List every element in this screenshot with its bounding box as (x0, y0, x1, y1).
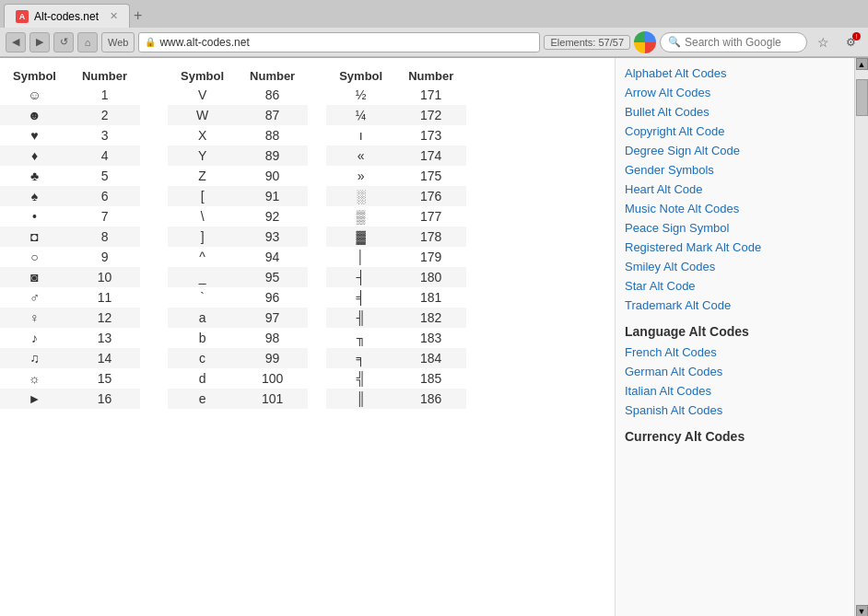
symbol-cell: ┤ (326, 267, 395, 287)
sidebar-link[interactable]: Trademark Alt Code (623, 296, 854, 315)
number-cell: 184 (395, 348, 466, 368)
bookmark-icon[interactable]: ☆ (811, 30, 835, 54)
number-cell: 87 (237, 105, 308, 125)
menu-icon[interactable]: ⚙ ! (839, 30, 862, 54)
table-row: ╖183 (326, 328, 466, 348)
number-cell: 4 (69, 145, 140, 166)
number-cell: 174 (395, 145, 466, 166)
address-bar-container[interactable]: 🔒 (138, 32, 540, 52)
table-row: V86 (168, 85, 308, 105)
protocol-badge: Web (101, 32, 135, 52)
number-cell: 90 (237, 166, 308, 186)
table-row: X88 (168, 125, 308, 145)
symbol-cell: ▓ (326, 227, 395, 247)
sidebar-link[interactable]: Heart Alt Code (623, 180, 854, 199)
symbol-cell: Z (168, 166, 237, 186)
symbol-cell: │ (326, 247, 395, 267)
table-row: ♫14 (0, 348, 140, 368)
sidebar-link[interactable]: Bullet Alt Codes (623, 102, 854, 122)
table1-number-header: Number (69, 67, 140, 85)
table-row: W87 (168, 105, 308, 125)
search-engine-logo (634, 31, 656, 53)
symbol-cell: ║ (326, 389, 395, 409)
number-cell: 96 (237, 287, 308, 308)
sidebar-section2-title: Language Alt Codes (623, 324, 854, 339)
reload-button[interactable]: ↺ (53, 32, 74, 52)
number-cell: 14 (69, 348, 140, 368)
symbol-cell: d (168, 368, 237, 389)
table-row: b98 (168, 328, 308, 348)
number-cell: 179 (395, 247, 466, 267)
table-row: »175 (326, 166, 466, 186)
table-row: ►16 (0, 389, 140, 409)
number-cell: 97 (237, 308, 308, 328)
table-row: ╕184 (326, 348, 466, 368)
scrollbar-down[interactable]: ▼ (856, 605, 868, 616)
number-cell: 175 (395, 166, 466, 186)
scrollbar-thumb[interactable] (856, 79, 868, 116)
sidebar-link[interactable]: Arrow Alt Codes (623, 83, 854, 102)
sidebar-link[interactable]: Degree Sign Alt Code (623, 141, 854, 160)
table-row: ☼15 (0, 368, 140, 389)
sidebar-link[interactable]: Gender Symbols (623, 160, 854, 180)
table-row: _95 (168, 267, 308, 287)
back-button[interactable]: ◀ (6, 32, 26, 52)
sidebar-link[interactable]: Star Alt Code (623, 276, 854, 296)
table-row: ○9 (0, 247, 140, 267)
symbol-cell: ╡ (326, 287, 395, 308)
table-row: ½171 (326, 85, 466, 105)
browser-tab[interactable]: A Alt-codes.net ✕ (4, 4, 130, 28)
symbol-cell: a (168, 308, 237, 328)
address-input[interactable] (159, 36, 534, 49)
symbol-cell: ½ (326, 85, 395, 105)
notification-badge: ! (852, 32, 861, 41)
number-cell: 5 (69, 166, 140, 186)
number-cell: 95 (237, 267, 308, 287)
number-cell: 91 (237, 186, 308, 206)
table-row: •7 (0, 206, 140, 227)
number-cell: 180 (395, 267, 466, 287)
sidebar-link[interactable]: Smiley Alt Codes (623, 257, 854, 276)
number-cell: 2 (69, 105, 140, 125)
number-cell: 101 (237, 389, 308, 409)
symbol-cell: ☻ (0, 105, 69, 125)
address-icon: 🔒 (145, 37, 156, 47)
number-cell: 185 (395, 368, 466, 389)
search-input[interactable] (685, 36, 795, 49)
sidebar-link[interactable]: German Alt Codes (623, 362, 854, 381)
symbol-cell: ♀ (0, 308, 69, 328)
number-cell: 88 (237, 125, 308, 145)
table-spacer-1 (140, 67, 168, 409)
number-cell: 1 (69, 85, 140, 105)
sidebar-link[interactable]: Spanish Alt Codes (623, 401, 854, 420)
home-button[interactable]: ⌂ (77, 32, 98, 52)
symbol-cell: ╕ (326, 348, 395, 368)
number-cell: 9 (69, 247, 140, 267)
symbol-cell: » (326, 166, 395, 186)
number-cell: 181 (395, 287, 466, 308)
table-row: e101 (168, 389, 308, 409)
table-row: ╡181 (326, 287, 466, 308)
scrollbar-up[interactable]: ▲ (856, 58, 868, 70)
sidebar-link[interactable]: French Alt Codes (623, 343, 854, 362)
sidebar-link[interactable]: Italian Alt Codes (623, 381, 854, 401)
main-area: Symbol Number ☺1☻2♥3♦4♣5♠6•7◘8○9◙10♂11♀1… (0, 58, 615, 616)
scrollbar[interactable]: ▲ ▼ (854, 58, 868, 616)
table-row: ☻2 (0, 105, 140, 125)
table-row: ♂11 (0, 287, 140, 308)
sidebar-link[interactable]: Music Note Alt Codes (623, 199, 854, 218)
forward-button[interactable]: ▶ (29, 32, 50, 52)
table-row: a97 (168, 308, 308, 328)
sidebar-link[interactable]: Copyright Alt Code (623, 122, 854, 141)
tab-close-icon[interactable]: ✕ (110, 10, 118, 22)
new-tab-button[interactable]: + (134, 7, 142, 24)
symbol-cell: ▒ (326, 206, 395, 227)
sidebar-link[interactable]: Registered Mark Alt Code (623, 238, 854, 257)
number-cell: 92 (237, 206, 308, 227)
table2-number-header: Number (237, 67, 308, 85)
sidebar-link[interactable]: Peace Sign Symbol (623, 218, 854, 238)
sidebar-link[interactable]: Alphabet Alt Codes (623, 64, 854, 83)
search-bar-container[interactable]: 🔍 (660, 32, 807, 52)
table-row: \92 (168, 206, 308, 227)
table-row: ░176 (326, 186, 466, 206)
